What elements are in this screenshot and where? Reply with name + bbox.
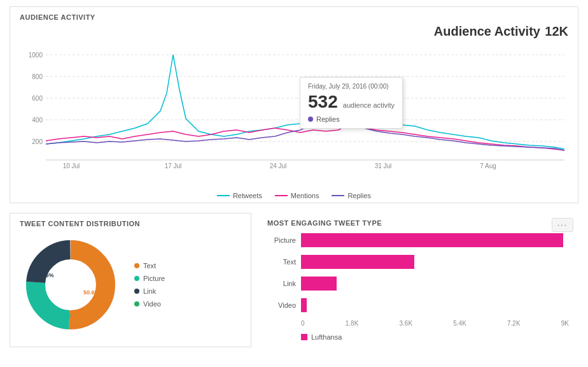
donut-legend-picture: Picture — [134, 275, 165, 282]
bar-track-picture — [301, 233, 569, 247]
legend-mentions: Mentions — [275, 192, 319, 199]
bar-track-link — [301, 277, 569, 291]
donut-container: 50.6% 25.5% 23.6% Text Picture — [20, 234, 241, 336]
mentions-legend-line — [275, 195, 288, 196]
bar-row-video: Video — [267, 298, 569, 312]
bar-fill-text — [301, 255, 414, 269]
tooltip-type: Replies — [308, 115, 395, 123]
legend-retweets: Retweets — [217, 192, 262, 199]
bar-row-picture: Picture — [267, 233, 569, 247]
line-chart-container: 1000 800 600 400 200 10 Jul 17 Jul 24 Ju… — [20, 42, 568, 189]
donut-legend-link: Link — [134, 287, 165, 295]
svg-text:600: 600 — [32, 95, 43, 102]
bottom-sections: TWEET CONTENT DISTRIBUTION — [10, 213, 578, 347]
picture-legend-label: Picture — [143, 275, 165, 282]
donut-legend: Text Picture Link Video — [134, 262, 165, 308]
svg-text:800: 800 — [32, 73, 43, 80]
bar-row-link: Link — [267, 277, 569, 291]
svg-text:400: 400 — [32, 117, 43, 124]
xaxis-9k: 9K — [561, 320, 569, 327]
chart-legend: Retweets Mentions Replies — [20, 192, 568, 199]
tooltip-value-row: 532 audience activity — [308, 92, 395, 112]
donut-legend-video: Video — [134, 300, 165, 308]
tooltip-date: Friday, July 29, 2016 (00:00) — [308, 83, 395, 90]
svg-text:10 Jul: 10 Jul — [63, 162, 80, 169]
link-dot — [134, 289, 139, 294]
bar-label-text: Text — [267, 258, 296, 266]
lufthansa-label: Lufthansa — [311, 333, 342, 341]
text-legend-label: Text — [143, 262, 156, 270]
tweet-content-section: TWEET CONTENT DISTRIBUTION — [10, 213, 251, 347]
donut-chart-svg: 50.6% 25.5% 23.6% — [20, 234, 122, 336]
xaxis-7-2k: 7.2K — [507, 320, 521, 327]
tooltip-type-label: Replies — [316, 115, 340, 123]
chart-subtitle: Audience Activity 12K — [20, 24, 568, 39]
tweet-content-title: TWEET CONTENT DISTRIBUTION — [20, 220, 241, 227]
legend-replies: Replies — [332, 192, 371, 199]
main-container: AUDIENCE ACTIVITY Audience Activity 12K … — [0, 0, 588, 354]
most-engaging-title: MOST ENGAGING TWEET TYPE — [267, 219, 569, 227]
replies-label: Replies — [347, 192, 371, 199]
bar-chart-container: Picture Text Link — [267, 233, 569, 341]
svg-text:24 Jul: 24 Jul — [270, 162, 287, 169]
svg-text:1000: 1000 — [29, 52, 43, 59]
svg-point-23 — [46, 261, 95, 309]
bar-track-video — [301, 298, 569, 312]
svg-text:7 Aug: 7 Aug — [480, 162, 496, 169]
xaxis-3-6k: 3.6K — [399, 320, 412, 327]
audience-activity-section: AUDIENCE ACTIVITY Audience Activity 12K … — [10, 6, 578, 203]
retweets-legend-line — [217, 195, 230, 196]
retweets-label: Retweets — [233, 192, 262, 199]
line-chart-svg: 1000 800 600 400 200 10 Jul 17 Jul 24 Ju… — [20, 42, 568, 169]
svg-text:200: 200 — [32, 138, 43, 145]
bar-fill-link — [301, 277, 337, 291]
svg-text:25.5%: 25.5% — [55, 312, 71, 318]
text-dot — [134, 263, 139, 268]
link-legend-label: Link — [143, 287, 156, 295]
picture-dot — [134, 276, 139, 281]
three-dots-button[interactable]: ··· — [552, 218, 573, 232]
bar-track-text — [301, 255, 569, 269]
bar-label-link: Link — [267, 280, 296, 287]
bar-chart-xaxis: 0 1.8K 3.6K 5.4K 7.2K 9K — [301, 320, 569, 327]
subtitle-label: Audience Activity — [434, 24, 540, 38]
svg-text:50.6%: 50.6% — [83, 289, 100, 296]
bar-label-video: Video — [267, 301, 296, 309]
bar-row-text: Text — [267, 255, 569, 269]
replies-legend-line — [332, 195, 344, 196]
bar-fill-video — [301, 298, 307, 312]
xaxis-0: 0 — [301, 320, 305, 327]
svg-text:17 Jul: 17 Jul — [165, 162, 182, 169]
video-legend-label: Video — [143, 300, 161, 308]
tooltip-value: 532 — [308, 92, 338, 112]
tooltip-box: Friday, July 29, 2016 (00:00) 532 audien… — [300, 77, 403, 129]
svg-text:23.6%: 23.6% — [38, 272, 54, 278]
bar-chart-area: Picture Text Link — [267, 233, 569, 312]
xaxis-1-8k: 1.8K — [346, 320, 359, 327]
xaxis-5-4k: 5.4K — [453, 320, 466, 327]
bar-fill-picture — [301, 233, 563, 247]
svg-text:31 Jul: 31 Jul — [375, 162, 392, 169]
subtitle-value: 12K — [545, 24, 568, 38]
most-engaging-section: ··· MOST ENGAGING TWEET TYPE Picture Tex… — [258, 213, 578, 347]
tooltip-metric-label: audience activity — [343, 101, 395, 109]
video-dot — [134, 301, 139, 306]
lufthansa-color-box — [301, 334, 307, 340]
tooltip-dot — [308, 117, 313, 122]
donut-legend-text: Text — [134, 262, 165, 270]
section-title: AUDIENCE ACTIVITY — [20, 13, 568, 21]
mentions-label: Mentions — [291, 192, 319, 199]
lufthansa-legend: Lufthansa — [301, 333, 569, 341]
bar-label-picture: Picture — [267, 236, 296, 244]
